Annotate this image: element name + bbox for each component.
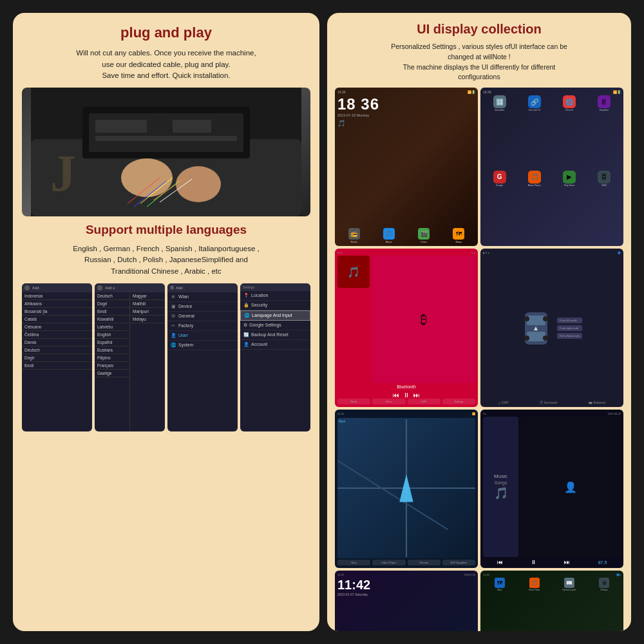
app-swc[interactable]: 🎛 SWC	[588, 171, 621, 244]
app-maps[interactable]: 🗺 Maps	[442, 228, 475, 243]
video-btn-2[interactable]: Video Player	[372, 560, 405, 565]
bt-symbol: ₿	[372, 256, 475, 383]
music-date: 2022-08-02	[608, 412, 621, 415]
radio-icon: 📻	[348, 228, 360, 240]
submenu-language[interactable]: 🌐 Lanquage And Input	[240, 310, 310, 321]
play-icon[interactable]: ⏸	[403, 392, 410, 399]
dsp-btn[interactable]: DSP	[408, 399, 440, 404]
apps2-icons: 🔵●	[616, 573, 621, 576]
app2-opguide[interactable]: 📖 Operation guide	[553, 578, 586, 631]
app2-maps[interactable]: 🗺 Maps	[483, 578, 516, 631]
google-icon: ⚙	[243, 323, 247, 328]
submenu-location[interactable]: 📍 Location	[240, 291, 310, 301]
submenu-account[interactable]: 👤 Account	[240, 340, 310, 350]
app-video[interactable]: 🎬 Video	[408, 228, 440, 243]
device-icon: ▣	[171, 304, 176, 309]
user-icon: 👤	[171, 333, 176, 338]
app-carlink[interactable]: 🔗 Car Link 2.0	[518, 95, 551, 169]
bt-bottom-bar: Radio Video DSP Settings	[337, 399, 475, 404]
map-area: Navi	[337, 418, 475, 558]
ui-collection-desc: Personalized Settings , various styles o…	[335, 42, 623, 82]
opguide-icon: 📖	[564, 578, 574, 588]
menu-user-label: User	[178, 333, 188, 337]
ui-cell-apps-2: 11:42 🔵● 🗺 Maps 🎵 Music Player 📖 Operati…	[480, 571, 623, 631]
chrome-icon: 🌐	[563, 95, 576, 108]
menu-factory-label: Factory	[178, 323, 193, 328]
plug-desc: Will not cut any cables. Once you receiv…	[22, 48, 310, 81]
navi-icons: 📶	[472, 412, 475, 415]
app-google[interactable]: G Google	[483, 171, 516, 244]
svg-point-8	[176, 166, 221, 202]
ui-cell-bluetooth: 8:05 Tue 🎵 ₿ Bluetooth ⏮ ⏸ ⏭ Radio Video	[335, 249, 478, 407]
chrome-btn[interactable]: Chrome	[408, 560, 440, 565]
menu-general[interactable]: ⚙ General	[167, 312, 238, 321]
app-playstore[interactable]: ▶ Play Store	[553, 171, 586, 244]
right-panel: UI display collection Personalized Setti…	[327, 13, 631, 631]
menu-system[interactable]: 🌐 System	[167, 341, 238, 350]
ui-cell-navi: 21:26 📶 Navi	[335, 410, 478, 568]
app-music[interactable]: 🎵 Music	[372, 228, 405, 243]
menu-wlan-label: Wlan	[178, 294, 189, 299]
music-song-label: Music	[494, 473, 507, 479]
list-item: Català	[22, 316, 92, 323]
menu-user[interactable]: 👤 User	[167, 331, 238, 341]
car-mode-buttons: Front left mode Front right mode Full ve…	[557, 317, 582, 339]
submenu-security[interactable]: 🔒 Security	[240, 301, 310, 310]
language-icon: 🌐	[244, 313, 250, 318]
ui-cell-home: 11:42 FM 87.50 11:42 2023-01-07 Saturday…	[335, 571, 478, 631]
settings-header-icon: ☰	[170, 285, 174, 290]
app-musicplayer[interactable]: 🎵 Music Player	[518, 171, 551, 244]
front-left-mode[interactable]: Front left mode	[557, 317, 582, 323]
gear-icon: ⚙	[171, 314, 176, 319]
submenu-google[interactable]: ⚙ Google Settings	[240, 321, 310, 330]
video-icon: 🎬	[418, 228, 430, 240]
menu-factory[interactable]: ✂ Factory	[167, 321, 238, 331]
app-calculator[interactable]: 🔢 Calculator	[483, 95, 516, 169]
app-equalizer[interactable]: 🎚 Equalizer	[588, 95, 621, 169]
navi-btn[interactable]: Navi	[337, 560, 370, 565]
home-clock: 11:42	[337, 578, 475, 592]
main-container: plug and play Will not cut any cables. O…	[6, 6, 638, 638]
support-title: Support multiple languages	[22, 223, 310, 237]
svg-point-21	[524, 336, 529, 341]
svg-point-19	[524, 316, 529, 321]
home-fm: FM 87.50	[464, 573, 475, 576]
bt-main-area: 🎵 ₿	[337, 256, 475, 383]
svg-point-7	[121, 158, 173, 197]
front-right-mode[interactable]: Front right mode	[557, 325, 582, 331]
menu-wlan[interactable]: ⊕ Wlan	[167, 292, 238, 302]
submenu-backup[interactable]: 🔄 Backup And Reset	[240, 330, 310, 340]
menu-device[interactable]: ▣ Device	[167, 302, 238, 312]
app-radio[interactable]: 📻 Radio	[337, 228, 370, 243]
next-icon[interactable]: ⏭	[413, 392, 420, 399]
app2-musicplayer[interactable]: 🎵 Music Player	[518, 578, 551, 631]
music-play[interactable]: ⏸	[531, 559, 536, 565]
settings-btn[interactable]: Settings	[442, 399, 475, 404]
player-controls: ⏮ ⏸ ⏭	[337, 392, 475, 399]
video-btn[interactable]: Video	[372, 399, 405, 404]
home-date: 2023-01-07 Saturday	[337, 592, 475, 596]
list-item: Afrikaans	[22, 300, 92, 308]
app-chrome[interactable]: 🌐 Chrome	[553, 95, 586, 169]
musicplayer-label: Music Player	[528, 184, 541, 187]
app-video-label: Video	[421, 240, 427, 243]
music-next[interactable]: ⏭	[564, 559, 570, 565]
submenu-header: Settings	[240, 283, 310, 291]
bt-time: 8:05	[337, 251, 343, 254]
status-bar-2: 18:39 📶🔋	[483, 90, 621, 94]
date-display: 2022-07-18 Monday	[337, 113, 475, 117]
list-item: Euskara	[95, 346, 129, 354]
music-songs-label: Songs	[495, 480, 507, 485]
apps2-status: 11:42 🔵●	[483, 573, 621, 576]
app2-settings[interactable]: ⚙ Settings	[587, 578, 621, 631]
full-vehicle-mode[interactable]: Full vehicle mode	[557, 333, 582, 339]
radio-btn[interactable]: Radio	[337, 399, 370, 404]
settings-header: ☰ Add	[167, 283, 238, 292]
list-item: Gaeilge	[95, 370, 129, 377]
ui-display-grid: 18:36 📶🔋 18 36 2022-07-18 Monday 🎵 📻 Rad…	[335, 88, 623, 631]
music-prev[interactable]: ⏮	[497, 559, 503, 565]
list-item: Indonesia	[22, 292, 92, 300]
dsp-eq-btn[interactable]: DSP Equalizer	[442, 560, 475, 565]
prev-icon[interactable]: ⏮	[393, 392, 399, 399]
ui-cell-car-dsp: ▶ 8 ● 🔵	[480, 249, 623, 407]
